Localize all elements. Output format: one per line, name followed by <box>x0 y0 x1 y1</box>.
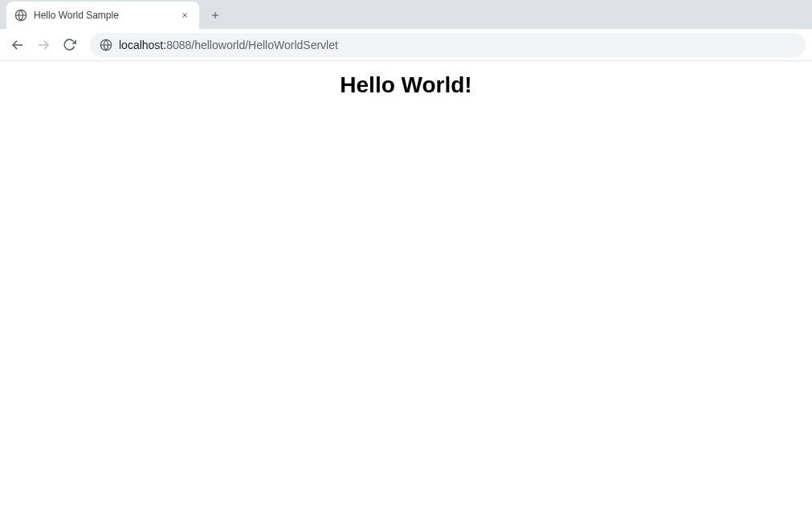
reload-button[interactable] <box>58 34 80 56</box>
url-host: localhost: <box>119 39 166 51</box>
forward-button[interactable] <box>32 34 55 56</box>
url-text: localhost:8088/helloworld/HelloWorldServ… <box>119 39 338 51</box>
globe-icon[interactable] <box>100 39 112 51</box>
close-icon[interactable] <box>178 9 191 22</box>
page-content: Hello World! <box>0 61 812 516</box>
tab-title: Hello World Sample <box>34 10 172 21</box>
new-tab-button[interactable] <box>204 4 226 27</box>
back-button[interactable] <box>6 34 29 56</box>
page-heading: Hello World! <box>0 72 812 98</box>
globe-icon <box>14 9 27 22</box>
browser-toolbar: localhost:8088/helloworld/HelloWorldServ… <box>0 29 812 61</box>
tab-strip: Hello World Sample <box>0 0 812 29</box>
browser-tab[interactable]: Hello World Sample <box>6 2 199 29</box>
address-bar[interactable]: localhost:8088/helloworld/HelloWorldServ… <box>90 33 806 57</box>
url-path: 8088/helloworld/HelloWorldServlet <box>166 39 338 51</box>
